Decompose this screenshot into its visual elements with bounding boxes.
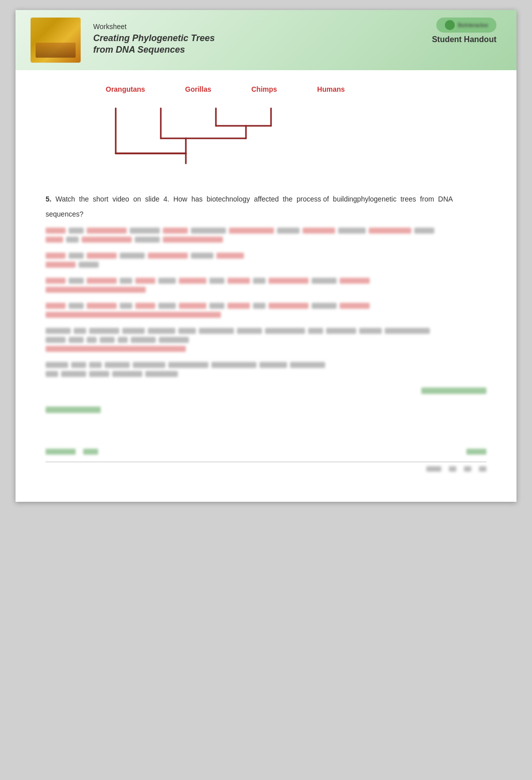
blurred-word: [229, 228, 274, 234]
phylogenetic-tree-svg: [86, 98, 336, 173]
blurred-word: [46, 312, 221, 318]
next-blurred: [466, 449, 486, 455]
blurred-word: [290, 362, 325, 368]
blurred-word: [100, 337, 115, 343]
blurred-word: [69, 303, 84, 309]
answer-block-5: [46, 328, 486, 352]
blurred-word: [46, 337, 66, 343]
blurred-word: [385, 328, 430, 334]
answer-row-5c: [46, 346, 486, 352]
blurred-word: [46, 371, 58, 377]
header-logo: BioInteractive: [436, 18, 496, 33]
blurred-word: [89, 328, 119, 334]
blurred-word: [87, 337, 97, 343]
tree-labels: Orangutans Gorillas Chimps Humans: [106, 85, 486, 93]
q5-word-process: process of: [297, 193, 329, 205]
blurred-word: [135, 237, 160, 243]
q5-word-sequences: sequences?: [46, 209, 84, 220]
answer-row-1a: [46, 228, 486, 234]
title-line1: Creating Phylogenetic Trees: [93, 33, 215, 43]
blurred-word: [211, 362, 256, 368]
blurred-word: [46, 262, 76, 268]
q5-word-the2: the: [283, 193, 293, 205]
blurred-word: [135, 278, 155, 284]
blurred-word: [191, 228, 226, 234]
question-5-number: 5.: [46, 193, 52, 205]
blurred-word: [308, 328, 323, 334]
page-num-blurred: [449, 466, 456, 472]
q5-word-building: buildingphylogenetic: [333, 193, 397, 205]
q5-word-the: the: [79, 193, 89, 205]
blurred-word: [414, 228, 434, 234]
blurred-word: [46, 228, 66, 234]
q5-word-watch: Watch: [56, 193, 75, 205]
blurred-word: [69, 253, 84, 259]
blurred-word: [112, 371, 142, 377]
student-num-blurred: [83, 449, 98, 455]
q5-word-4: 4.: [163, 193, 169, 205]
blurred-word: [87, 228, 127, 234]
q5-word-affected: affected: [254, 193, 279, 205]
blurred-word: [87, 278, 117, 284]
blurred-word: [209, 303, 224, 309]
page: Worksheet Creating Phylogenetic Trees fr…: [16, 10, 516, 502]
blurred-word: [340, 278, 370, 284]
q5-word-biotech: biotechnology: [207, 193, 250, 205]
student-handout-label: Student Handout: [432, 35, 496, 44]
q5-word-dna: DNA: [438, 193, 453, 205]
tree-diagram: [86, 98, 486, 173]
blurred-word: [178, 328, 196, 334]
blurred-word: [259, 362, 287, 368]
q5-word-from: from: [420, 193, 434, 205]
question-5-header: 5. Watch the short video on slide 4. How…: [46, 193, 486, 220]
blurred-word: [82, 237, 132, 243]
blurred-word: [87, 253, 117, 259]
blurred-word: [369, 228, 411, 234]
blurred-word: [253, 303, 265, 309]
blurred-word: [46, 237, 63, 243]
blurred-word: [269, 303, 309, 309]
blurred-word: [71, 362, 86, 368]
blurred-word: [120, 278, 132, 284]
blurred-word: [46, 278, 66, 284]
page-total-blurred: [479, 466, 486, 472]
q5-word-video: video: [112, 193, 129, 205]
bottom-controls: [46, 448, 486, 457]
blurred-word: [237, 328, 262, 334]
q5-word-trees: trees: [400, 193, 416, 205]
q5-word-how: How: [173, 193, 187, 205]
blurred-word: [158, 278, 176, 284]
blurred-word: [122, 328, 145, 334]
blurred-word: [69, 337, 84, 343]
blurred-word: [130, 228, 160, 234]
blurred-word: [227, 278, 250, 284]
header-text: Worksheet Creating Phylogenetic Trees fr…: [93, 23, 215, 56]
spacer: [46, 428, 486, 448]
blurred-word: [253, 278, 265, 284]
worksheet-label: Worksheet: [93, 23, 215, 31]
blurred-word: [89, 362, 102, 368]
blurred-word: [277, 228, 300, 234]
tree-label-humans: Humans: [317, 85, 345, 93]
blurred-word: [216, 253, 244, 259]
blurred-word: [66, 237, 79, 243]
blurred-word: [148, 253, 188, 259]
blurred-green-text: [421, 387, 486, 394]
blurred-word: [158, 303, 176, 309]
tree-label-gorillas: Gorillas: [185, 85, 211, 93]
answer-row-3a: [46, 278, 486, 284]
blurred-word: [87, 303, 117, 309]
blurred-green-text-left: [46, 407, 101, 413]
blurred-word: [46, 362, 68, 368]
worksheet-title: Creating Phylogenetic Trees from DNA Seq…: [93, 33, 215, 56]
blurred-word: [359, 328, 382, 334]
answer-row-4a: [46, 303, 486, 309]
q5-word-short: short: [93, 193, 108, 205]
blurred-word: [89, 371, 109, 377]
question-5-section: 5. Watch the short video on slide 4. How…: [46, 193, 486, 415]
main-content: Orangutans Gorillas Chimps Humans: [16, 70, 516, 502]
pagination: [46, 466, 486, 472]
student-blurred: [46, 449, 76, 455]
answer-row-5a: [46, 328, 486, 334]
blurred-word: [46, 346, 186, 352]
